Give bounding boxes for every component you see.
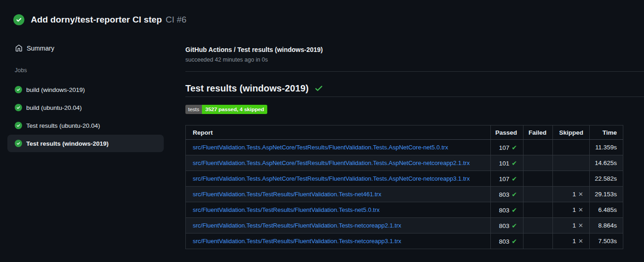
- skip-cross-icon: ✕: [578, 222, 583, 229]
- time-cell: 14.625s: [590, 155, 623, 171]
- column-header-failed: Failed: [523, 125, 553, 140]
- sidebar-job-build-windows[interactable]: build (windows-2019): [7, 82, 164, 97]
- job-success-check-circle-icon: [15, 86, 22, 93]
- report-link[interactable]: src/FluentValidation.Tests/TestResults/F…: [193, 206, 380, 213]
- pass-check-icon: ✔: [512, 144, 517, 151]
- pass-check-icon: ✔: [512, 206, 517, 214]
- passed-cell: 803✔: [491, 202, 523, 218]
- pass-check-icon: ✔: [512, 222, 517, 229]
- report-link[interactable]: src/FluentValidation.Tests/TestResults/F…: [193, 191, 381, 198]
- column-header-skipped: Skipped: [553, 125, 590, 140]
- time-cell: 29.153s: [590, 187, 623, 202]
- section-title: Test results (windows-2019): [185, 83, 323, 94]
- sidebar-job-test-results-windows[interactable]: Test results (windows-2019): [7, 135, 164, 152]
- table-header-row: Report Passed Failed Skipped Time: [186, 125, 623, 140]
- skipped-cell: 1✕: [553, 202, 590, 218]
- passed-cell: 107✔: [491, 140, 523, 155]
- report-link[interactable]: src/FluentValidation.Tests.AspNetCore/Te…: [193, 144, 448, 151]
- pass-check-icon: ✔: [512, 159, 517, 167]
- section-title-text: Test results (windows-2019): [185, 83, 309, 94]
- passed-cell: 803✔: [491, 187, 523, 202]
- home-icon: [15, 45, 23, 52]
- check-run-title: GitHub Actions / Test results (windows-2…: [185, 46, 323, 53]
- table-row: src/FluentValidation.Tests/TestResults/F…: [186, 202, 623, 218]
- skipped-cell: 1✕: [553, 218, 590, 234]
- passed-cell: 803✔: [491, 234, 523, 249]
- report-cell: src/FluentValidation.Tests/TestResults/F…: [186, 202, 491, 218]
- report-link[interactable]: src/FluentValidation.Tests.AspNetCore/Te…: [193, 159, 470, 166]
- sidebar-job-test-results-ubuntu[interactable]: Test results (ubuntu-20.04): [7, 118, 164, 133]
- failed-cell: [523, 171, 553, 187]
- passed-cell: 803✔: [491, 218, 523, 234]
- sidebar-job-build-ubuntu[interactable]: build (ubuntu-20.04): [7, 100, 164, 115]
- skipped-cell: 1✕: [553, 234, 590, 249]
- failed-cell: [523, 202, 553, 218]
- tests-badge-value: 3527 passed, 4 skipped: [202, 105, 267, 114]
- report-cell: src/FluentValidation.Tests/TestResults/F…: [186, 218, 491, 234]
- failed-cell: [523, 187, 553, 202]
- pass-check-icon: ✔: [512, 238, 517, 245]
- report-link[interactable]: src/FluentValidation.Tests.AspNetCore/Te…: [193, 175, 470, 182]
- skipped-cell: [553, 140, 590, 155]
- job-success-check-circle-icon: [15, 140, 22, 147]
- report-link[interactable]: src/FluentValidation.Tests/TestResults/F…: [193, 238, 401, 245]
- tests-badge: tests 3527 passed, 4 skipped: [185, 105, 267, 114]
- skipped-cell: [553, 171, 590, 187]
- skip-cross-icon: ✕: [578, 206, 583, 213]
- report-table-body: src/FluentValidation.Tests.AspNetCore/Te…: [186, 140, 623, 249]
- passed-cell: 101✔: [491, 155, 523, 171]
- job-success-check-circle-icon: [15, 104, 22, 111]
- report-cell: src/FluentValidation.Tests/TestResults/F…: [186, 187, 491, 202]
- job-success-check-circle-icon: [15, 122, 22, 129]
- job-label: build (ubuntu-20.04): [26, 104, 82, 111]
- column-header-time: Time: [590, 125, 623, 140]
- pass-check-icon: ✔: [512, 191, 517, 198]
- time-cell: 22.582s: [590, 171, 623, 187]
- passed-cell: 107✔: [491, 171, 523, 187]
- report-cell: src/FluentValidation.Tests.AspNetCore/Te…: [186, 140, 491, 155]
- table-row: src/FluentValidation.Tests.AspNetCore/Te…: [186, 140, 623, 155]
- table-row: src/FluentValidation.Tests.AspNetCore/Te…: [186, 155, 623, 171]
- report-cell: src/FluentValidation.Tests.AspNetCore/Te…: [186, 155, 491, 171]
- report-link[interactable]: src/FluentValidation.Tests/TestResults/F…: [193, 222, 401, 229]
- report-cell: src/FluentValidation.Tests/TestResults/F…: [186, 234, 491, 249]
- page: Add dorny/test-reporter CI step CI #6 Su…: [0, 0, 644, 262]
- table-row: src/FluentValidation.Tests.AspNetCore/Te…: [186, 171, 623, 187]
- job-label: Test results (windows-2019): [26, 140, 109, 147]
- pass-check-icon: ✔: [512, 175, 517, 182]
- column-header-report: Report: [186, 125, 491, 140]
- report-table: Report Passed Failed Skipped Time src/Fl…: [185, 125, 623, 249]
- table-row: src/FluentValidation.Tests/TestResults/F…: [186, 218, 623, 234]
- time-cell: 11.359s: [590, 140, 623, 155]
- failed-cell: [523, 234, 553, 249]
- jobs-section-label: Jobs: [15, 67, 27, 74]
- divider: [185, 71, 644, 72]
- column-header-passed: Passed: [491, 125, 523, 140]
- skipped-cell: 1✕: [553, 187, 590, 202]
- skip-cross-icon: ✕: [578, 191, 583, 198]
- failed-cell: [523, 140, 553, 155]
- time-cell: 6.485s: [590, 202, 623, 218]
- report-cell: src/FluentValidation.Tests.AspNetCore/Te…: [186, 171, 491, 187]
- sidebar-item-summary[interactable]: Summary: [15, 44, 54, 53]
- time-cell: 7.503s: [590, 234, 623, 249]
- divider: [185, 97, 644, 97]
- summary-label: Summary: [27, 45, 54, 52]
- check-run-status: succeeded 42 minutes ago in 0s: [185, 57, 268, 63]
- failed-cell: [523, 155, 553, 171]
- failed-cell: [523, 218, 553, 234]
- time-cell: 8.864s: [590, 218, 623, 234]
- job-label: build (windows-2019): [26, 86, 85, 93]
- sidebar: Summary Jobs build (windows-2019) build …: [0, 0, 175, 262]
- skip-cross-icon: ✕: [578, 238, 583, 245]
- job-label: Test results (ubuntu-20.04): [26, 122, 100, 129]
- success-check-icon: [314, 84, 323, 93]
- table-row: src/FluentValidation.Tests/TestResults/F…: [186, 234, 623, 249]
- tests-badge-label: tests: [185, 105, 202, 114]
- skipped-cell: [553, 155, 590, 171]
- table-row: src/FluentValidation.Tests/TestResults/F…: [186, 187, 623, 202]
